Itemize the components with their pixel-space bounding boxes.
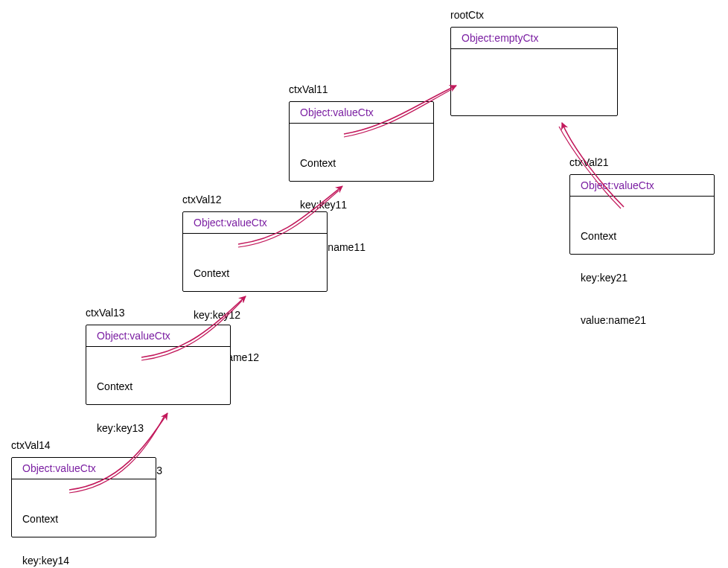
body-key: key:key12	[194, 308, 319, 322]
node-header-ctxval11: Object:valueCtx	[290, 102, 433, 124]
node-label-ctxval11: ctxVal11	[289, 83, 328, 95]
node-body-ctxval21: Context key:key21 value:name21	[570, 197, 714, 360]
body-key: key:key11	[300, 198, 426, 212]
body-context: Context	[22, 512, 148, 526]
body-key: key:key21	[581, 271, 706, 285]
body-key: key:key14	[22, 554, 148, 568]
body-context: Context	[194, 267, 319, 281]
node-header-rootctx: Object:emptyCtx	[451, 28, 617, 49]
node-box-ctxval12: Object:valueCtx Context key:key12 value:…	[182, 211, 328, 292]
node-label-rootctx: rootCtx	[450, 9, 484, 21]
node-box-rootctx: Object:emptyCtx	[450, 27, 618, 116]
node-body-ctxval14: Context key:key14 value:name14	[12, 479, 156, 568]
body-key: key:key13	[97, 421, 223, 435]
node-label-ctxval13: ctxVal13	[86, 307, 125, 319]
node-label-ctxval21: ctxVal21	[569, 156, 609, 168]
node-box-ctxval11: Object:valueCtx Context key:key11 value:…	[289, 101, 434, 182]
node-header-ctxval12: Object:valueCtx	[183, 212, 327, 234]
body-context: Context	[581, 229, 706, 243]
node-header-ctxval14: Object:valueCtx	[12, 458, 156, 479]
body-context: Context	[300, 156, 426, 170]
body-value: value:name21	[581, 313, 706, 328]
node-box-ctxval13: Object:valueCtx Context key:key13 value:…	[86, 325, 231, 405]
body-context: Context	[97, 380, 223, 394]
node-box-ctxval21: Object:valueCtx Context key:key21 value:…	[569, 174, 715, 255]
diagram-canvas: { "colors": { "header_text": "#7B1FA2", …	[0, 0, 728, 568]
node-header-ctxval13: Object:valueCtx	[86, 325, 230, 347]
node-body-rootctx	[451, 49, 617, 58]
node-header-ctxval21: Object:valueCtx	[570, 175, 714, 197]
node-label-ctxval12: ctxVal12	[182, 194, 222, 205]
node-box-ctxval14: Object:valueCtx Context key:key14 value:…	[11, 457, 156, 537]
node-label-ctxval14: ctxVal14	[11, 439, 51, 451]
